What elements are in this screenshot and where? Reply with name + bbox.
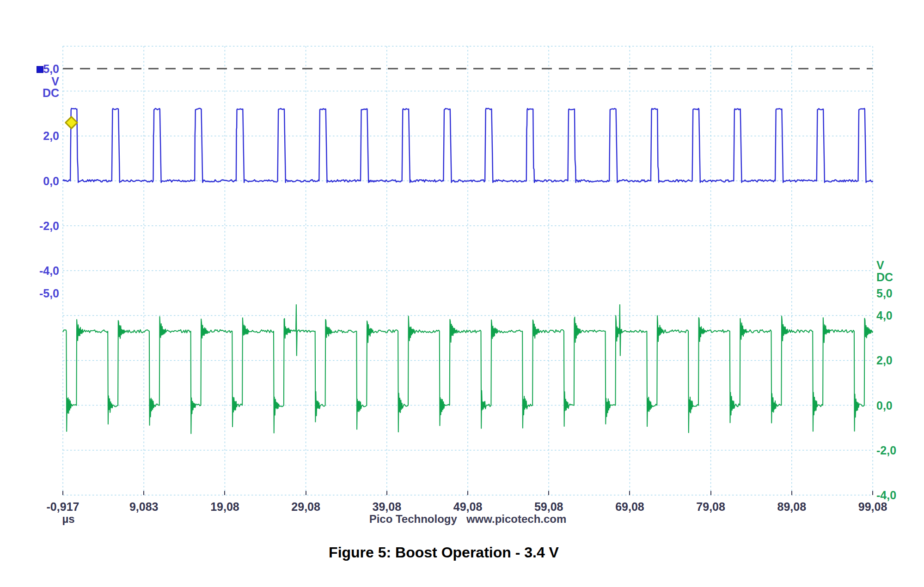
x-axis-tickmark [143,491,144,495]
channel-b-glitch-spikes [296,304,621,356]
x-axis-tickmark [872,491,873,495]
x-axis-tickmark [791,491,792,495]
waveform-svg [63,46,873,495]
right-axis-tick-0: 0,0 [876,399,893,411]
left-axis-unit-DC: DC [14,87,59,98]
x-axis-tick-29,08: 29,08 [274,500,338,514]
left-axis-tick-0: 0,0 [14,175,59,187]
brand-text: Pico Technology [369,513,457,525]
x-axis-tick-69,08: 69,08 [597,500,662,514]
x-axis-tick-9,083: 9,083 [111,500,176,514]
x-axis-tickmark [386,491,387,495]
grid-lines [63,46,873,495]
x-axis-tick-39,08: 39,08 [355,500,419,514]
plot-area [63,46,873,495]
x-axis-tick-59,08: 59,08 [516,500,581,514]
right-axis-unit-V: V [876,259,884,271]
left-axis-unit-V: V [14,75,59,87]
right-axis-tick--4: -4,0 [876,490,896,501]
x-axis-tickmark [710,491,711,495]
right-axis-tick-2: 2,0 [876,355,893,366]
channel-a-trace [63,109,873,182]
footer-branding: Pico Technologywww.picotech.com [63,513,873,526]
brand-url: www.picotech.com [466,513,566,525]
x-axis-tick-79,08: 79,08 [679,500,743,514]
right-axis-tick-4: 4,0 [876,310,893,321]
right-axis-unit-DC: DC [876,271,893,283]
figure-caption: Figure 5: Boost Operation - 3.4 V [0,544,887,561]
left-axis-tick--4: -4,0 [14,265,59,277]
x-axis-tick--0,917: -0,917 [31,500,95,514]
x-axis-tickmark [224,491,225,495]
x-axis-tick-99,08: 99,08 [840,500,905,514]
left-axis-tick-5: 5,0 [14,63,59,74]
left-axis-tick-2: 2,0 [14,130,59,142]
x-axis-tickmark [548,491,549,495]
left-axis-tick--5: -5,0 [14,287,59,299]
right-axis-tick-5: 5,0 [876,287,893,299]
x-axis-tickmark [467,491,468,495]
right-axis-tick--2: -2,0 [876,444,896,456]
oscilloscope-figure: 5,02,00,0-2,0-4,0-5,0VDC 5,04,02,00,0-2,… [0,0,924,587]
left-axis-tick--2: -2,0 [14,220,59,231]
x-axis-tickmark [62,491,63,495]
x-axis-tickmark [306,491,306,495]
x-axis-tickmark [629,491,630,495]
x-axis-tick-49,08: 49,08 [435,500,500,514]
x-axis-tick-19,08: 19,08 [192,500,257,514]
x-axis-tick-89,08: 89,08 [759,500,824,514]
